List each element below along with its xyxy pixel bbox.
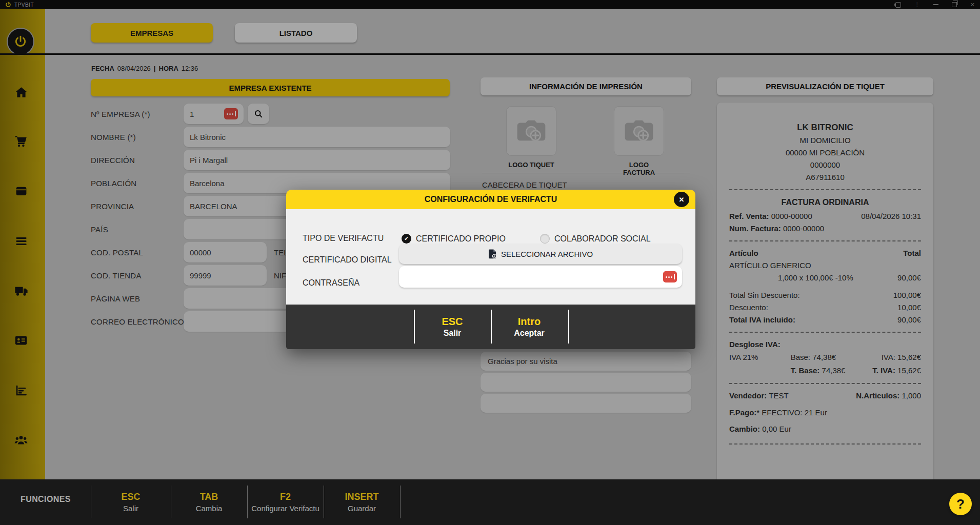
close-icon: ✕ (679, 196, 685, 204)
keyboard-icon[interactable] (663, 271, 677, 282)
intro-action-label: Aceptar (514, 329, 545, 338)
file-upload-icon (488, 249, 497, 259)
modal-footer: ESC Salir Intro Aceptar (286, 305, 695, 349)
esc-action-label: Salir (444, 329, 462, 338)
modal-body: TIPO DE VERIFACTU ✓ CERTIFICADO PROPIO C… (286, 209, 695, 305)
modal-header: CONFIGURACIÓN DE VERIFACTU ✕ (286, 190, 695, 209)
app-window: TPVBIT ⋮ ✕ (0, 0, 980, 525)
radio-certificado-propio-label[interactable]: CERTIFICADO PROPIO (416, 234, 506, 244)
radio-certificado-propio[interactable]: ✓ (402, 234, 411, 244)
contrasena-input[interactable] (399, 266, 682, 288)
modal-intro-aceptar-button[interactable]: Intro Aceptar (491, 305, 568, 349)
modal-close-button[interactable]: ✕ (674, 192, 689, 207)
verifactu-config-modal: CONFIGURACIÓN DE VERIFACTU ✕ TIPO DE VER… (286, 190, 695, 349)
check-icon: ✓ (404, 235, 409, 242)
radio-colaborador-social-label[interactable]: COLABORADOR SOCIAL (554, 234, 651, 244)
contrasena-field (399, 266, 682, 288)
help-button[interactable]: ? (949, 493, 972, 515)
question-icon: ? (956, 496, 965, 512)
contrasena-label: CONTRASEÑA (303, 272, 359, 294)
modal-title: CONFIGURACIÓN DE VERIFACTU (425, 195, 557, 204)
intro-key-label: Intro (518, 316, 541, 328)
radio-colaborador-social[interactable] (540, 234, 550, 244)
footer-separator (568, 310, 569, 344)
seleccionar-archivo-button[interactable]: SELECCIONAR ARCHIVO (399, 244, 682, 264)
certificado-digital-label: CERTIFICADO DIGITAL (303, 250, 392, 270)
modal-esc-salir-button[interactable]: ESC Salir (414, 305, 491, 349)
esc-key-label: ESC (442, 316, 463, 328)
tipo-verifactu-label: TIPO DE VERIFACTU (303, 234, 384, 243)
seleccionar-archivo-label: SELECCIONAR ARCHIVO (501, 250, 593, 258)
